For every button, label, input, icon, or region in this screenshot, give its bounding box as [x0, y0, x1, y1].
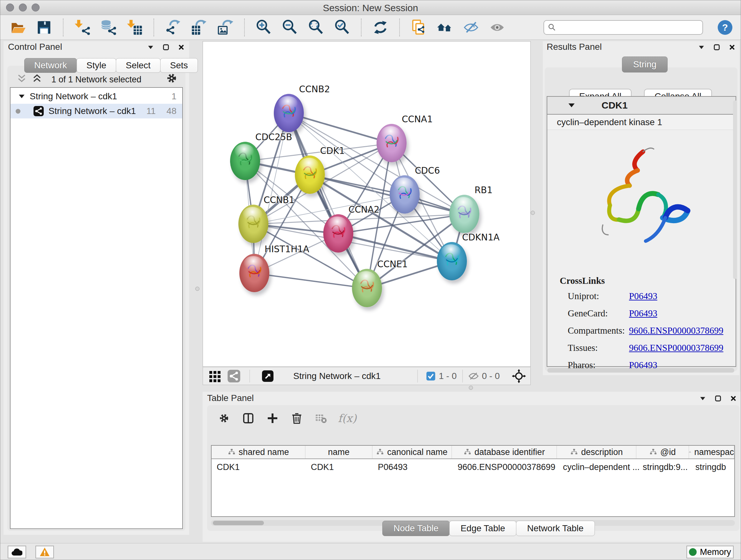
save-session-button[interactable] — [35, 18, 53, 37]
crosslink-genecard-link[interactable]: P06493 — [629, 308, 657, 319]
table-settings-gear-icon[interactable] — [217, 411, 231, 426]
panel-menu-icon[interactable] — [699, 395, 706, 402]
import-network-from-database-button[interactable] — [99, 18, 118, 37]
search-box[interactable] — [543, 20, 703, 35]
tab-style[interactable]: Style — [77, 58, 116, 73]
network-options-gear-icon[interactable] — [165, 71, 179, 85]
warnings-button[interactable] — [36, 546, 54, 558]
tree-expander-icon[interactable] — [18, 93, 25, 100]
column-header-sharedname[interactable]: shared name — [212, 446, 306, 458]
zoom-fit-content-button[interactable] — [307, 18, 325, 37]
gene-card-header[interactable]: CDK1 — [547, 97, 736, 115]
right-splitter-handle[interactable] — [531, 211, 535, 215]
crosslink-tissues-link[interactable]: 9606.ENSP00000378699 — [629, 343, 724, 353]
search-input[interactable] — [559, 22, 698, 32]
node-RB1[interactable] — [449, 195, 479, 233]
node-CCNB1[interactable] — [239, 205, 268, 243]
panel-close-icon[interactable] — [730, 395, 737, 402]
node-CCNB2[interactable] — [274, 94, 304, 132]
birdseye-view-icon[interactable] — [261, 370, 274, 382]
network-view[interactable]: CCNB2CCNA1CDC25BCDK1CDC6RB1CCNB1CCNA2CDK… — [203, 41, 531, 367]
node-CCNA2[interactable] — [323, 214, 353, 253]
export-image-button[interactable] — [216, 18, 234, 37]
cell-canonicalname[interactable]: P06493 — [378, 462, 408, 472]
delete-table-icon[interactable] — [314, 411, 328, 426]
function-builder-icon[interactable]: f(x) — [338, 412, 356, 425]
column-header-namespac[interactable]: namespac — [689, 446, 734, 458]
node-CCNE1[interactable] — [352, 269, 382, 307]
copy-network-button[interactable] — [409, 18, 428, 37]
cell-namespac[interactable]: stringdb — [695, 462, 726, 472]
panel-float-icon[interactable] — [713, 44, 720, 51]
left-splitter-handle[interactable] — [195, 287, 199, 291]
import-network-from-file-button[interactable] — [73, 18, 91, 37]
tab-sets[interactable]: Sets — [160, 58, 198, 73]
apply-preferred-layout-button[interactable] — [371, 18, 390, 37]
results-hscrollbar[interactable] — [547, 368, 734, 373]
column-header-canonicalname[interactable]: canonical name — [373, 446, 452, 458]
node-CCNA1[interactable] — [377, 124, 407, 162]
zoom-in-button[interactable] — [254, 18, 273, 37]
open-session-button[interactable] — [9, 18, 27, 37]
panel-close-icon[interactable] — [178, 44, 185, 51]
cell-description[interactable]: cyclin–dependent ... — [563, 462, 639, 472]
tab-node-table[interactable]: Node Table — [382, 521, 450, 536]
fit-selected-crosshair-icon[interactable] — [512, 369, 526, 383]
crosslink-uniprot-link[interactable]: P06493 — [629, 291, 657, 301]
tab-string[interactable]: String — [622, 57, 668, 72]
node-label-CCNB2: CCNB2 — [299, 84, 330, 95]
crosslink-compartments-link[interactable]: 9606.ENSP00000378699 — [629, 325, 724, 336]
network-row-label: String Network – cdk1 — [49, 106, 136, 116]
import-table-from-file-button[interactable] — [125, 18, 144, 37]
node-CDK1[interactable] — [295, 155, 325, 194]
first-neighbors-button[interactable] — [435, 18, 454, 37]
show-all-button[interactable] — [488, 18, 507, 37]
delete-column-trash-icon[interactable] — [289, 411, 304, 426]
grid-view-icon[interactable] — [208, 369, 222, 383]
panel-float-icon[interactable] — [715, 395, 722, 402]
panel-close-icon[interactable] — [729, 44, 736, 51]
tab-network[interactable]: Network — [24, 58, 77, 73]
help-button[interactable]: ? — [718, 20, 732, 35]
zoom-selected-button[interactable] — [333, 18, 351, 37]
zoom-selected-icon — [334, 19, 350, 36]
cloud-status-button[interactable] — [8, 546, 26, 558]
column-header-id[interactable]: @id — [636, 446, 689, 458]
panel-menu-icon[interactable] — [698, 44, 705, 51]
panel-menu-icon[interactable] — [147, 44, 154, 51]
tab-network-table[interactable]: Network Table — [516, 521, 595, 536]
selected-checkbox-icon[interactable] — [426, 371, 435, 381]
import-table-from-file-icon — [126, 19, 143, 36]
tab-edge-table[interactable]: Edge Table — [449, 521, 516, 536]
cell-databaseidentifier[interactable]: 9606.ENSP00000378699 — [458, 462, 555, 472]
network-row[interactable]: String Network – cdk1 11 48 — [10, 104, 182, 118]
zoom-out-button[interactable] — [280, 18, 299, 37]
export-network-button[interactable] — [164, 18, 182, 37]
node-CDKN1A[interactable] — [437, 242, 467, 280]
show-columns-icon[interactable] — [241, 411, 256, 426]
column-header-name[interactable]: name — [306, 446, 372, 458]
bottom-splitter-handle[interactable] — [469, 386, 473, 390]
results-vscrollbar[interactable] — [733, 100, 737, 279]
tab-select[interactable]: Select — [116, 58, 160, 73]
panel-float-icon[interactable] — [162, 44, 170, 51]
cell-sharedname[interactable]: CDK1 — [217, 462, 240, 472]
node-CDC25B[interactable] — [230, 142, 260, 180]
network-collection-row[interactable]: String Network – cdk1 1 — [10, 89, 182, 104]
network-canvas[interactable]: CCNB2CCNA1CDC25BCDK1CDC6RB1CCNB1CCNA2CDK… — [203, 42, 530, 367]
hide-selected-button[interactable] — [462, 18, 480, 37]
node-CDC6[interactable] — [390, 175, 420, 213]
column-header-databaseidentifier[interactable]: database identifier — [452, 446, 557, 458]
memory-button[interactable]: Memory — [686, 546, 734, 558]
column-header-description[interactable]: description — [557, 446, 636, 458]
zoom-out-icon — [281, 19, 298, 36]
cell-id[interactable]: stringdb:9... — [643, 462, 688, 472]
network-badge-icon[interactable] — [227, 369, 241, 383]
cell-name[interactable]: CDK1 — [311, 462, 334, 472]
collapse-gene-icon[interactable] — [568, 102, 576, 109]
create-column-plus-icon[interactable] — [265, 411, 280, 426]
status-bar: Memory — [0, 543, 741, 560]
node-HIST1H1A[interactable] — [239, 254, 269, 292]
export-table-button[interactable] — [190, 18, 208, 37]
table-hscrollbar-thumb[interactable] — [213, 521, 264, 525]
